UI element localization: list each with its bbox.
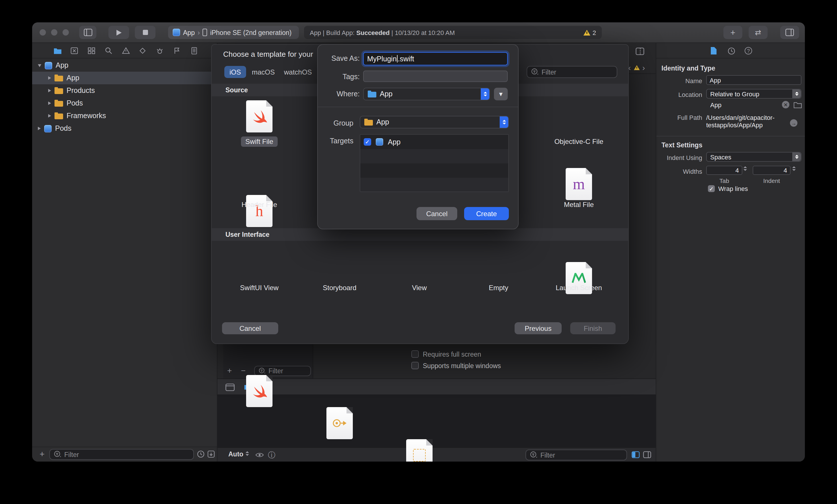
source-control-navigator-tab[interactable]	[70, 47, 78, 55]
auto-popup-chevrons-icon[interactable]	[246, 451, 249, 455]
auto-popup[interactable]: Auto	[228, 451, 243, 457]
tab-width-stepper[interactable]	[744, 166, 747, 170]
stop-button[interactable]	[135, 26, 156, 39]
eye-icon[interactable]	[255, 452, 264, 458]
remove-target-button[interactable]: −	[241, 366, 246, 375]
expand-panel-button[interactable]: ▾	[494, 88, 508, 100]
scheme-selector[interactable]: App › iPhone SE (2nd generation)	[168, 26, 299, 39]
symbol-navigator-tab[interactable]	[87, 47, 96, 55]
version-editor-button[interactable]: ⇄	[749, 26, 768, 39]
navigator-filter-field[interactable]: Filter	[49, 449, 194, 460]
where-popup[interactable]: App	[363, 88, 490, 100]
save-file-dialog: Save As: MyPlugin.swift Tags: Where: App…	[317, 44, 519, 229]
tags-field[interactable]	[363, 71, 508, 82]
clear-location-icon[interactable]: ✕	[782, 101, 789, 108]
zoom-window-button[interactable]	[63, 29, 69, 36]
name-field[interactable]: App	[706, 75, 801, 85]
issue-badge[interactable]: 2	[584, 29, 596, 36]
tree-row-group-frameworks[interactable]: Frameworks	[32, 109, 217, 122]
activity-status-bar[interactable]: App | Build App: Succeeded | 10/13/20 at…	[304, 26, 602, 39]
minimize-window-button[interactable]	[51, 29, 57, 36]
target-checkbox[interactable]: ✓	[364, 138, 371, 146]
editor-pane-icon[interactable]	[226, 383, 235, 391]
project-navigator-tab[interactable]	[53, 47, 62, 54]
goto-path-arrow-icon[interactable]: →	[790, 119, 797, 127]
show-canvas-panel-icon[interactable]	[643, 451, 651, 458]
swift-file-template[interactable]	[246, 100, 272, 132]
tree-row-project-app[interactable]: App	[32, 59, 217, 72]
sheet-finish-button[interactable]: Finish	[570, 322, 616, 334]
reveal-folder-icon[interactable]	[794, 102, 802, 108]
disclosure-triangle-icon[interactable]	[38, 64, 41, 67]
disclosure-triangle-icon[interactable]	[48, 102, 51, 105]
issue-navigation: ‹ ›	[628, 61, 656, 74]
tree-row-group-pods[interactable]: Pods	[32, 97, 217, 109]
tree-row-project-pods[interactable]: Pods	[32, 122, 217, 135]
swift-icon	[251, 108, 268, 125]
add-editor-button[interactable]: +	[724, 26, 742, 39]
template-filter-field[interactable]: Filter	[527, 66, 617, 78]
tab-macos[interactable]: macOS	[252, 66, 275, 78]
requires-fullscreen-checkbox[interactable]	[411, 350, 419, 358]
dialog-create-button[interactable]: Create	[464, 207, 509, 220]
help-inspector-tab[interactable]: ?	[745, 47, 752, 54]
tab-watchos[interactable]: watchOS	[284, 66, 312, 78]
disclosure-triangle-icon[interactable]	[48, 114, 51, 118]
indent-using-popup[interactable]: Spaces	[706, 152, 801, 162]
tab-width-field[interactable]: 4	[706, 166, 742, 175]
dialog-divider	[318, 107, 518, 107]
next-issue-button[interactable]: ›	[642, 63, 645, 72]
issue-navigator-tab[interactable]	[122, 47, 130, 55]
target-row-app[interactable]: ✓ App	[360, 135, 508, 149]
sheet-previous-button[interactable]: Previous	[515, 322, 562, 334]
toggle-inspectors-button[interactable]	[780, 26, 799, 39]
tree-row-group-products[interactable]: Products	[32, 84, 217, 97]
indent-width-field[interactable]: 4	[753, 166, 790, 175]
source-control-filter-icon[interactable]	[207, 450, 215, 458]
save-as-field[interactable]: MyPlugin.swift	[363, 52, 508, 65]
location-popup[interactable]: Relative to Group	[706, 89, 801, 98]
filename-before-caret: MyPlugin	[367, 55, 397, 63]
dialog-cancel-button[interactable]: Cancel	[416, 207, 457, 220]
status-prefix: App | Build App:	[310, 29, 356, 36]
file-inspector-tab[interactable]	[710, 47, 717, 55]
tree-row-group-app[interactable]: App	[32, 72, 217, 84]
disclosure-triangle-icon[interactable]	[48, 89, 51, 92]
group-folder-icon	[54, 113, 63, 119]
storyboard-template[interactable]	[326, 407, 353, 439]
supports-multiwindow-checkbox[interactable]	[411, 362, 419, 369]
history-inspector-tab[interactable]	[727, 47, 735, 55]
debug-navigator-tab[interactable]	[156, 47, 164, 55]
template-label: SwiftUI View	[235, 283, 283, 293]
report-navigator-tab[interactable]	[190, 47, 198, 55]
editor-split-button[interactable]	[636, 48, 644, 55]
group-popup[interactable]: App	[360, 116, 509, 128]
disclosure-triangle-icon[interactable]	[38, 127, 41, 130]
view-template[interactable]	[406, 439, 432, 462]
add-target-button[interactable]: +	[227, 366, 232, 375]
wrap-lines-checkbox[interactable]: ✓	[708, 185, 715, 192]
recent-files-filter-icon[interactable]	[197, 450, 205, 458]
breakpoint-navigator-tab[interactable]	[173, 47, 181, 55]
tab-ios[interactable]: iOS	[224, 66, 246, 78]
find-navigator-tab[interactable]	[104, 47, 113, 55]
info-icon[interactable]: ⓘ	[268, 450, 275, 461]
dashed-view-icon	[413, 449, 426, 462]
swiftui-view-template[interactable]	[246, 375, 272, 407]
popup-chevrons-icon	[500, 116, 508, 128]
show-assistant-panel-icon[interactable]	[631, 451, 640, 458]
targets-filter-field[interactable]: Filter	[254, 366, 311, 376]
canvas-filter-field[interactable]: Filter	[526, 450, 627, 461]
objective-c-file-template[interactable]: m	[566, 168, 592, 200]
close-window-button[interactable]	[40, 29, 46, 36]
section-divider	[656, 136, 805, 137]
indent-width-stepper[interactable]	[792, 166, 796, 170]
sheet-cancel-button[interactable]: Cancel	[222, 322, 278, 334]
add-file-button[interactable]: +	[40, 449, 45, 459]
disclosure-triangle-icon[interactable]	[48, 76, 51, 80]
toggle-navigator-button[interactable]	[79, 26, 96, 39]
run-button[interactable]	[108, 26, 129, 39]
test-navigator-tab[interactable]	[138, 47, 147, 55]
swift-file-label[interactable]: Swift File	[223, 138, 296, 146]
template-label: Swift File	[241, 137, 278, 147]
